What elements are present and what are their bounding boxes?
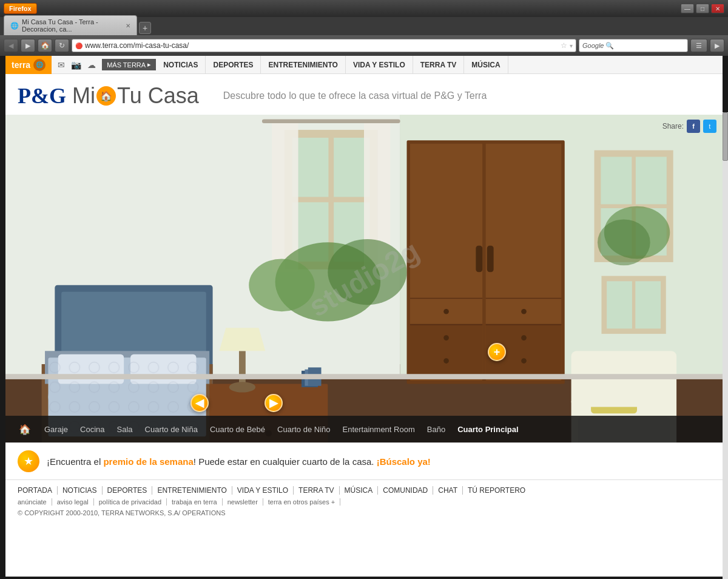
room-nav-nino[interactable]: Cuarto de Niño — [271, 425, 336, 434]
terra-icon: 🌐 — [33, 59, 46, 71]
extra-button[interactable]: ▶ — [710, 39, 724, 52]
tab-bar: 🌐 Mi Casa Tu Casa - Terra - Decoracion, … — [0, 17, 728, 35]
footer-trabaja[interactable]: trabaja en terra — [167, 498, 223, 506]
svg-marker-54 — [219, 328, 265, 351]
footer-portada[interactable]: PORTADA — [18, 486, 58, 495]
footer-deportes[interactable]: DEPORTES — [103, 486, 153, 495]
footer-anunciate[interactable]: anúnciate — [18, 498, 52, 506]
menu-button[interactable]: ☰ — [690, 39, 707, 52]
camera-icon[interactable]: 📷 — [71, 60, 81, 70]
svg-rect-9 — [262, 120, 400, 124]
scrollbar[interactable] — [723, 112, 728, 579]
weather-icon[interactable]: ☁ — [87, 60, 96, 70]
new-tab-button[interactable]: + — [139, 22, 151, 34]
svg-point-70 — [598, 219, 650, 265]
footer-noticias[interactable]: NOTICIAS — [58, 486, 103, 495]
mi-text: Mi — [72, 83, 95, 109]
svg-rect-22 — [410, 325, 482, 378]
footer-comunidad[interactable]: COMUNIDAD — [378, 486, 433, 495]
room-nav-cocina[interactable]: Cocina — [74, 425, 110, 434]
svg-point-32 — [443, 358, 449, 364]
svg-point-28 — [443, 309, 449, 314]
nav-vida-estilo[interactable]: VIDA Y ESTILO — [346, 56, 413, 74]
page-header: P&G Mi 🏠 Tu Casa Descubre todo lo que te… — [5, 74, 723, 115]
svg-rect-20 — [476, 246, 482, 272]
tab-close-icon[interactable]: ✕ — [126, 22, 130, 29]
url-dropdown-icon[interactable]: ▾ — [570, 42, 573, 49]
subtitle: Descubre todo lo que te ofrece la casa v… — [211, 90, 710, 101]
prize-text: ¡Encuentra el premio de la semana! Puede… — [47, 456, 431, 467]
nav-musica[interactable]: MÚSICA — [464, 56, 508, 74]
footer-entretenimiento[interactable]: ENTRETENIMIENTO — [152, 486, 232, 495]
footer-tu-reportero[interactable]: TÚ REPORTERO — [463, 486, 530, 495]
search-icon[interactable]: 🔍 — [605, 42, 614, 50]
close-button[interactable]: ✕ — [711, 4, 724, 13]
footer: PORTADA NOTICIAS DEPORTES ENTRETENIMIENT… — [5, 479, 723, 523]
footer-otros-paises[interactable]: terra en otros países + — [263, 498, 340, 506]
terra-text: terra — [12, 60, 30, 70]
main-nav-items: NOTICIAS DEPORTES ENTRETENIMIENTO VIDA Y… — [156, 56, 508, 74]
svg-point-31 — [521, 335, 527, 340]
footer-vida-estilo[interactable]: VIDA Y ESTILO — [232, 486, 294, 495]
room-nav-entertainment[interactable]: Entertainment Room — [337, 425, 421, 434]
room-nav-bano[interactable]: Baño — [421, 425, 451, 434]
maximize-button[interactable]: □ — [696, 4, 709, 13]
terra-icon-group: ✉ 📷 ☁ — [52, 60, 102, 70]
prize-icon: ★ — [18, 450, 39, 472]
room-nav-garaje[interactable]: Garaje — [38, 425, 74, 434]
home-button[interactable]: 🏠 — [38, 39, 52, 52]
room-nav-bebe[interactable]: Cuarto de Bebé — [204, 425, 271, 434]
search-bar[interactable]: Google 🔍 — [579, 39, 688, 52]
footer-chat[interactable]: CHAT — [433, 486, 463, 495]
hotspot-left-button[interactable]: ◀ — [190, 394, 209, 412]
terra-nav: terra 🌐 ✉ 📷 ☁ MÁS TERRA ▸ NOTICIAS DEPOR… — [5, 56, 723, 74]
minimize-button[interactable]: — — [681, 4, 694, 13]
room-illustration — [5, 115, 723, 442]
url-security-icon: 🔴 — [75, 42, 83, 49]
svg-point-29 — [521, 309, 527, 314]
svg-rect-65 — [5, 374, 723, 379]
twitter-share-button[interactable]: t — [703, 120, 716, 133]
prize-banner: ★ ¡Encuentra el premio de la semana! Pue… — [5, 442, 723, 479]
room-nav-nina[interactable]: Cuarto de Niña — [139, 425, 204, 434]
active-tab[interactable]: 🌐 Mi Casa Tu Casa - Terra - Decoracion, … — [4, 15, 137, 35]
room-nav-sala[interactable]: Sala — [111, 425, 139, 434]
footer-terra-tv[interactable]: TERRA TV — [294, 486, 339, 495]
footer-aviso-legal[interactable]: aviso legal — [52, 498, 94, 506]
nav-terra-tv[interactable]: TERRA TV — [413, 56, 465, 74]
prize-cta: ¡Búscalo ya! — [377, 456, 431, 467]
hotspot-right-button[interactable]: ▶ — [265, 394, 283, 412]
page-content: terra 🌐 ✉ 📷 ☁ MÁS TERRA ▸ NOTICIAS DEPOR… — [5, 56, 723, 577]
url-text: www.terra.com/mi-casa-tu-casa/ — [85, 41, 558, 50]
terra-logo[interactable]: terra 🌐 — [5, 56, 52, 74]
mail-icon[interactable]: ✉ — [58, 60, 65, 70]
svg-point-30 — [443, 335, 449, 340]
nav-entretenimiento[interactable]: ENTRETENIMIENTO — [261, 56, 345, 74]
scrollbar-thumb[interactable] — [723, 112, 728, 161]
svg-rect-53 — [239, 351, 246, 387]
footer-privacidad[interactable]: política de privacidad — [94, 498, 167, 506]
svg-point-68 — [249, 259, 314, 311]
footer-main-links: PORTADA NOTICIAS DEPORTES ENTRETENIMIENT… — [18, 486, 710, 495]
pg-logo: P&G — [18, 83, 66, 109]
room-area: Share: f t — [5, 115, 723, 442]
hotspot-plus2-button[interactable]: + — [488, 343, 506, 361]
svg-rect-21 — [487, 246, 494, 272]
mas-terra-button[interactable]: MÁS TERRA ▸ — [102, 59, 156, 70]
room-nav-home[interactable]: 🏠 — [12, 424, 38, 435]
refresh-button[interactable]: ↻ — [55, 39, 69, 52]
bookmark-icon[interactable]: ☆ — [561, 41, 567, 50]
footer-musica[interactable]: MÚSICA — [340, 486, 379, 495]
nav-deportes[interactable]: DEPORTES — [206, 56, 261, 74]
casa-icon: 🏠 — [96, 86, 116, 106]
facebook-share-button[interactable]: f — [687, 120, 700, 133]
room-nav: 🏠 Garaje Cocina Sala Cuarto de Niña Cuar… — [5, 416, 723, 442]
nav-noticias[interactable]: NOTICIAS — [156, 56, 206, 74]
footer-newsletter[interactable]: newsletter — [223, 498, 263, 506]
footer-sub-links: anúnciate aviso legal política de privac… — [18, 498, 710, 506]
room-nav-principal[interactable]: Cuarto Principal — [451, 425, 524, 434]
forward-button[interactable]: ▶ — [21, 39, 35, 52]
back-button[interactable]: ◀ — [4, 39, 18, 52]
firefox-button[interactable]: Firefox — [4, 3, 37, 14]
url-bar[interactable]: 🔴 www.terra.com/mi-casa-tu-casa/ ☆ ▾ — [72, 39, 576, 52]
